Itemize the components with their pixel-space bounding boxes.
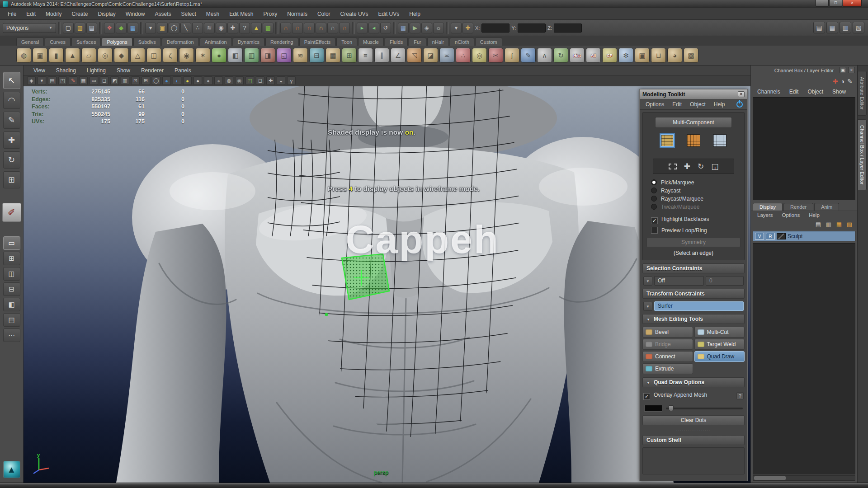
new-scene-icon[interactable]: ▢ — [63, 23, 74, 33]
transform-constraints-header[interactable]: Transform Constraints — [642, 289, 745, 299]
mirror-geometry-icon[interactable]: ◧ — [228, 48, 243, 63]
motion-blur-icon[interactable]: ● — [214, 76, 223, 85]
select-points-icon[interactable]: ∴ — [192, 23, 203, 33]
save-scene-icon[interactable]: ▤ — [86, 23, 97, 33]
shelf-tab[interactable]: Curves — [45, 38, 71, 46]
crease-tool-icon[interactable]: ∧ — [537, 48, 552, 63]
y-input-field[interactable] — [518, 23, 546, 33]
overlay-append-mesh-checkbox[interactable]: Overlay Append Mesh — [643, 390, 707, 401]
shelf-tab[interactable]: Fluids — [385, 38, 408, 46]
statusline-separator[interactable] — [58, 22, 61, 34]
layer-row-sculpt[interactable]: V R Sculpt — [753, 231, 855, 241]
menubar-item[interactable]: Assets — [150, 9, 176, 19]
select-by-object-icon[interactable]: ◆ — [116, 23, 127, 33]
select-handles-icon[interactable]: ◯ — [169, 23, 179, 33]
mesh-editing-tools-header[interactable]: Mesh Editing Tools — [642, 314, 745, 324]
statusline-separator[interactable] — [275, 22, 278, 34]
extract-icon[interactable]: ⊟ — [309, 48, 324, 63]
move-layer-icon[interactable]: ▤ — [814, 221, 822, 228]
shelf-tab[interactable]: Deformation — [162, 38, 199, 46]
rotate-tool[interactable]: ↻ — [3, 151, 20, 169]
poly-soccerball-icon[interactable]: ◉ — [179, 48, 194, 63]
grease-pencil-icon[interactable]: ✎ — [69, 76, 77, 85]
panel-menu-item[interactable]: Show — [111, 66, 136, 75]
close-icon[interactable]: × — [848, 67, 855, 73]
poly-plane-icon[interactable]: ▱ — [81, 48, 96, 63]
raycast-radio[interactable]: Raycast — [651, 187, 741, 195]
shaded-mode-icon[interactable]: ● — [162, 76, 171, 85]
snap-to-point-icon[interactable]: ∩ — [304, 23, 315, 33]
raycast-marquee-radio[interactable]: Raycast/Marquee — [651, 195, 741, 203]
hyperbolic-pen-icon[interactable]: ✎ — [847, 78, 853, 85]
edge-loop-icon[interactable]: ≡ — [358, 48, 373, 63]
modeling-toolkit-menu-item[interactable]: Edit — [668, 100, 686, 109]
merge-vertices-icon[interactable]: ∴ — [456, 48, 471, 63]
field-chart-icon[interactable]: ▥ — [121, 76, 129, 85]
layout-persp-outliner[interactable]: ◫ — [3, 267, 20, 281]
textured-mode-icon[interactable]: ◐ — [173, 76, 181, 85]
panel-menu-item[interactable]: Renderer — [136, 66, 169, 75]
custom-shelf-area[interactable] — [642, 447, 745, 474]
screen-space-ao-icon[interactable]: ● — [204, 76, 212, 85]
depth-of-field-icon[interactable]: ◉ — [235, 76, 244, 85]
power-icon[interactable] — [736, 101, 743, 108]
selection-constraints-header[interactable]: Selection Constraints — [642, 263, 745, 273]
channel-box-titlebar[interactable]: Channel Box / Layer Editor ▣ × — [751, 66, 857, 75]
slider-handle[interactable] — [669, 405, 674, 411]
shelf-tab[interactable]: General — [16, 38, 44, 46]
layout-hypershade-persp[interactable]: ◧ — [3, 298, 20, 311]
vertex-component-icon[interactable] — [660, 134, 674, 147]
poly-cone-icon[interactable]: ▲ — [65, 48, 80, 63]
poly-pyramid-icon[interactable]: △ — [130, 48, 145, 63]
channel-box-tab[interactable]: Channel Box / Layer Editor — [858, 119, 867, 190]
statusline-separator[interactable] — [393, 22, 396, 34]
empty-layer-icon[interactable]: ▥ — [825, 221, 833, 228]
shelf-tab[interactable]: Rendering — [265, 38, 298, 46]
panel-menu-item[interactable]: Panels — [169, 66, 197, 75]
menubar-item[interactable]: File — [3, 9, 21, 19]
resolution-gate-icon[interactable]: ◻ — [100, 76, 108, 85]
snap-to-projected-center-icon[interactable]: ∩ — [316, 23, 326, 33]
grid-toggle-icon[interactable]: ▦ — [79, 76, 88, 85]
wireframe-shaded-icon[interactable]: ▩ — [684, 48, 698, 63]
output-connections-icon[interactable]: ◂ — [368, 23, 379, 33]
shelf-tab[interactable]: Surfaces — [71, 38, 101, 46]
lasso-select-tool[interactable]: ◠ — [3, 92, 20, 109]
center-pivot-icon[interactable]: CP — [602, 48, 617, 63]
menubar-item[interactable]: Create UVs — [335, 9, 373, 19]
snap-to-curve-icon[interactable]: ∩ — [292, 23, 303, 33]
multi-cut-icon[interactable]: ✂ — [488, 48, 503, 63]
sculpt-tool-icon[interactable]: ● — [212, 48, 226, 63]
menubar-item[interactable]: Select — [176, 9, 201, 19]
edge-component-icon[interactable] — [687, 134, 700, 147]
shelf-tab[interactable]: Fur — [409, 38, 426, 46]
bevel-icon[interactable]: ◪ — [423, 48, 438, 63]
bookmarks-icon[interactable]: ▾ — [38, 76, 46, 85]
menubar-item[interactable]: Window — [121, 9, 150, 19]
speed-ramp-icon[interactable]: ◑ — [841, 78, 844, 85]
attribute-editor-toggle-icon[interactable]: ▤ — [813, 22, 825, 33]
shelf-tab[interactable]: Toon — [336, 38, 357, 46]
layout-persp-graph[interactable]: ⊟ — [3, 282, 20, 296]
layout-more[interactable]: ⋯ — [3, 328, 20, 342]
move-tool[interactable]: ✚ — [3, 131, 20, 149]
poly-cylinder-icon[interactable]: ▮ — [49, 48, 64, 63]
connect-button[interactable]: Connect — [642, 351, 693, 362]
channel-box-menu-item[interactable]: Edit — [785, 88, 803, 96]
channel-box-menu-item[interactable]: Object — [803, 88, 828, 96]
quad-draw-shelf-icon[interactable]: ✎ — [521, 48, 536, 63]
menubar-item[interactable]: Display — [93, 9, 120, 19]
shelf-tab[interactable]: Dynamics — [233, 38, 264, 46]
channel-box-menu-item[interactable]: Channels — [753, 88, 785, 96]
delete-all-history-icon[interactable]: All — [586, 48, 601, 63]
select-misc-icon[interactable]: ✚ — [227, 23, 238, 33]
new-layer-from-selected-icon[interactable]: ▧ — [845, 221, 854, 228]
attribute-editor-tab[interactable]: Attribute Editor — [858, 71, 867, 116]
x-input-field[interactable] — [481, 23, 509, 33]
2d-pan-zoom-icon[interactable]: ◳ — [58, 76, 67, 85]
poly-pipe-icon[interactable]: ◫ — [146, 48, 161, 63]
separate-icon[interactable]: ◨ — [260, 48, 275, 63]
panel-resize-grip[interactable]: .................. — [642, 428, 745, 432]
layer-tab-render[interactable]: Render — [783, 203, 813, 211]
statusline-separator[interactable] — [352, 22, 355, 34]
